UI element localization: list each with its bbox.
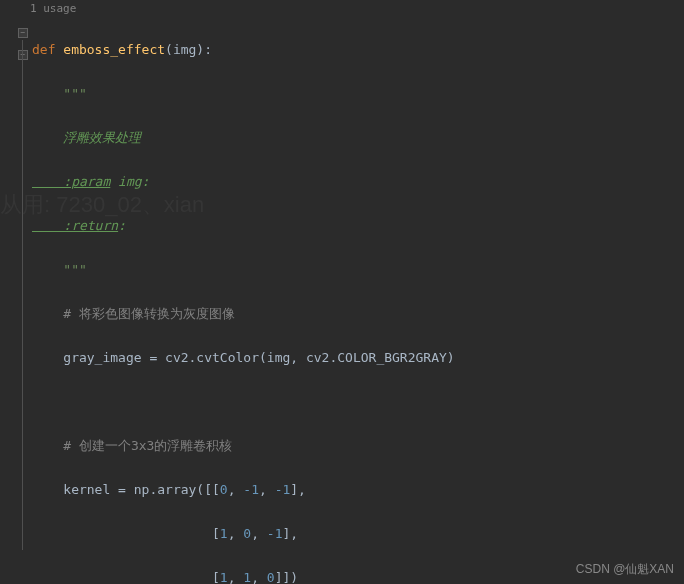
docstring-return: :return [32, 218, 118, 233]
comment: # 创建一个3x3的浮雕卷积核 [32, 438, 232, 453]
fold-function[interactable] [18, 28, 28, 38]
code-line: kernel = np.array([[0, -1, -1], [32, 479, 684, 501]
code-line: [1, 0, -1], [32, 523, 684, 545]
docstring-text: 浮雕效果处理 [32, 130, 141, 145]
code-line: # 创建一个3x3的浮雕卷积核 [32, 435, 684, 457]
code-line: :param img: [32, 171, 684, 193]
docstring-quote: """ [32, 86, 87, 101]
docstring-text: : [118, 218, 126, 233]
watermark: CSDN @仙魁XAN [576, 561, 674, 578]
usage-hint: 1 usage [0, 0, 684, 17]
function-name: emboss_effect [63, 42, 165, 57]
docstring-param: :param [32, 174, 110, 189]
code-line: """ [32, 83, 684, 105]
code-line: gray_image = cv2.cvtColor(img, cv2.COLOR… [32, 347, 684, 369]
code-editor[interactable]: def emboss_effect(img): """ 浮雕效果处理 :para… [0, 17, 684, 584]
params: (img): [165, 42, 212, 57]
code-line: # 将彩色图像转换为灰度图像 [32, 303, 684, 325]
comment: # 将彩色图像转换为灰度图像 [32, 306, 235, 321]
code-line: """ [32, 259, 684, 281]
code-line: 浮雕效果处理 [32, 127, 684, 149]
fold-docstring[interactable] [18, 50, 28, 60]
code-line: def emboss_effect(img): [32, 39, 684, 61]
keyword-def: def [32, 42, 63, 57]
docstring-quote: """ [32, 262, 87, 277]
docstring-text: img: [110, 174, 149, 189]
code-line: :return: [32, 215, 684, 237]
